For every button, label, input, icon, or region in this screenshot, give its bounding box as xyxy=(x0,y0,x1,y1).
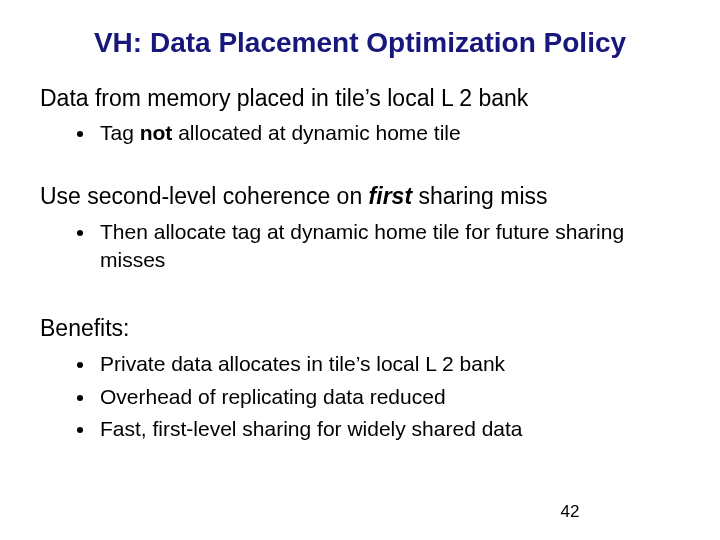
sub-list-3: Private data allocates in tile’s local L… xyxy=(40,350,680,443)
sub-item-tag-not-allocated: Tag not allocated at dynamic home tile xyxy=(96,119,680,147)
line-data-from-memory: Data from memory placed in tile’s local … xyxy=(40,84,680,114)
text-fragment: sharing miss xyxy=(412,183,547,209)
sub-item-overhead: Overhead of replicating data reduced xyxy=(96,383,680,411)
slide: VH: Data Placement Optimization Policy D… xyxy=(0,0,720,540)
line-second-level-coherence: Use second-level coherence on first shar… xyxy=(40,182,680,212)
sub-item-then-allocate: Then allocate tag at dynamic home tile f… xyxy=(96,218,680,275)
bold-italic-first: first xyxy=(369,183,412,209)
line-benefits: Benefits: xyxy=(40,314,680,344)
text-fragment: allocated at dynamic home tile xyxy=(172,121,460,144)
sub-list-2: Then allocate tag at dynamic home tile f… xyxy=(40,218,680,275)
page-number: 42 xyxy=(0,502,720,522)
block-second-level-coherence: Use second-level coherence on first shar… xyxy=(40,182,680,275)
slide-title: VH: Data Placement Optimization Policy xyxy=(40,26,680,60)
block-benefits: Benefits: Private data allocates in tile… xyxy=(40,314,680,443)
sub-list-1: Tag not allocated at dynamic home tile xyxy=(40,119,680,147)
sub-item-fast-sharing: Fast, first-level sharing for widely sha… xyxy=(96,415,680,443)
sub-item-private-data: Private data allocates in tile’s local L… xyxy=(96,350,680,378)
text-fragment: Tag xyxy=(100,121,140,144)
block-data-placement: Data from memory placed in tile’s local … xyxy=(40,84,680,148)
text-fragment: Use second-level coherence on xyxy=(40,183,369,209)
bold-not: not xyxy=(140,121,173,144)
